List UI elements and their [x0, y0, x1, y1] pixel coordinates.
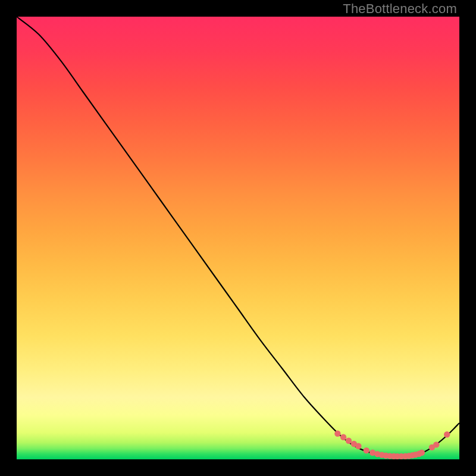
highlight-dot	[364, 447, 369, 453]
highlight-dots-group	[334, 431, 450, 460]
highlight-dot	[419, 450, 425, 456]
highlight-dot	[433, 441, 439, 447]
highlight-dot	[355, 443, 361, 449]
highlight-dot	[340, 434, 346, 440]
bottleneck-curve	[17, 17, 459, 456]
highlight-dot	[334, 431, 340, 437]
chart-svg	[17, 17, 459, 459]
highlight-dot	[346, 438, 352, 444]
highlight-dot	[444, 431, 450, 437]
watermark-text: TheBottleneck.com	[343, 1, 457, 17]
